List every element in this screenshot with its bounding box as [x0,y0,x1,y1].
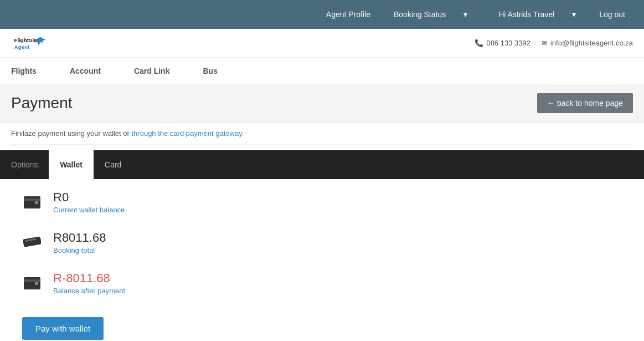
svg-rect-5 [35,201,38,204]
wallet-icon [22,191,42,211]
phone-contact: 📞 086 133 3392 [475,39,530,47]
booking-status-label: Booking Status [386,0,454,29]
email-contact: ✉ info@flightsiteagent.co.za [542,39,633,47]
email-icon: ✉ [542,39,548,47]
booking-status-arrow: ▾ [456,0,475,29]
ticket-icon [22,232,42,252]
wallet-balance-content: R0 Current wallet balance [53,190,125,214]
options-bar: Options: Wallet Card [0,150,644,179]
options-label: Options: [11,160,40,169]
page-title: Payment [11,94,73,112]
nav-bus[interactable]: Bus [203,58,250,84]
card-gateway-link[interactable]: through the card payment gateway. [132,129,244,138]
top-nav: Agent Profile Booking Status ▾ Hi Astrid… [0,0,644,29]
booking-status-link[interactable]: Booking Status ▾ [378,0,483,29]
svg-rect-6 [23,236,41,247]
balance-after-content: R-8011.68 Balance after payment [53,271,125,295]
hi-user-link[interactable]: Hi Astrids Travel ▾ [483,0,591,29]
page-header: Payment ← back to home page [0,84,644,123]
svg-text:Agent: Agent [14,44,30,50]
balance-after-value: R-8011.68 [53,271,125,286]
email-address: info@flightsiteagent.co.za [550,39,633,47]
logo-plane-icon: FlightSite Agent [13,33,47,53]
booking-total-value: R8011.68 [53,231,106,245]
nav-flights[interactable]: Flights [11,58,70,84]
nav-cardlink[interactable]: Card Link [134,58,203,84]
contact-info: 📞 086 133 3392 ✉ info@flightsiteagent.co… [475,39,633,47]
nav-account[interactable]: Account [70,58,134,84]
section-divider [11,144,633,145]
booking-total-label: Booking total [53,246,106,255]
logo[interactable]: FlightSite Agent [11,33,47,53]
back-to-home-button[interactable]: ← back to home page [537,93,633,113]
logo-bar: FlightSite Agent 📞 086 133 3392 ✉ info@f… [0,29,644,58]
description: Finilaze payment using your wallet or th… [0,123,644,144]
phone-icon: 📞 [475,39,483,47]
tab-card-button[interactable]: Card [94,150,132,179]
tab-wallet-button[interactable]: Wallet [49,150,94,179]
main-nav: Flights Account Card Link Bus [0,58,644,84]
svg-rect-9 [24,279,40,282]
balance-after-label: Balance after payment [53,287,125,295]
booking-total-row: R8011.68 Booking total [22,231,622,255]
wallet-content: R0 Current wallet balance R8011.68 Booki… [0,179,644,341]
phone-number: 086 133 3392 [486,39,530,47]
svg-rect-4 [24,199,40,201]
logout-link[interactable]: Log out [591,0,633,29]
wallet-balance-row: R0 Current wallet balance [22,190,622,214]
description-text: Finilaze payment using your wallet or [11,129,132,138]
hi-user-label: Hi Astrids Travel [491,0,562,29]
pay-with-wallet-button[interactable]: Pay with wallet [22,317,104,340]
wallet-balance-value: R0 [53,190,125,205]
balance-after-row: R-8011.68 Balance after payment [22,271,622,295]
svg-rect-10 [35,282,38,285]
balance-after-icon [22,272,42,292]
agent-profile-link[interactable]: Agent Profile [318,0,378,29]
hi-user-arrow: ▾ [564,0,584,29]
booking-total-content: R8011.68 Booking total [53,231,106,255]
wallet-balance-label: Current wallet balance [53,206,125,214]
